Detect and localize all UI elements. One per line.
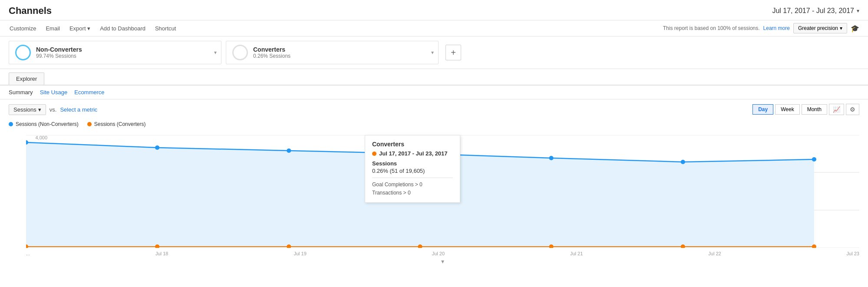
shortcut-button[interactable]: Shortcut [154, 23, 177, 33]
controls-right: Day Week Month 📈 ⚙ [752, 104, 859, 115]
subtab-site-usage[interactable]: Site Usage [40, 89, 68, 96]
learn-more-link[interactable]: Learn more [763, 25, 790, 31]
legend-row: Sessions (Non-Converters) Sessions (Conv… [0, 119, 868, 131]
segments-row: Non-Converters 99.74% Sessions ▾ Convert… [0, 36, 868, 69]
x-label-jul19: Jul 19 [294, 251, 306, 256]
export-button[interactable]: Export ▾ [69, 23, 91, 33]
legend-label-converters: Sessions (Converters) [94, 121, 146, 127]
tooltip-date-text: Jul 17, 2017 - Jul 23, 2017 [379, 150, 448, 157]
tooltip-extra: Goal Completions > 0 Transactions > 0 [372, 181, 453, 197]
chart-svg-container: ... Jul 18 Jul 19 Jul 20 Jul 21 Jul 22 J… [26, 135, 859, 256]
x-label-jul18: Jul 18 [155, 251, 168, 256]
chart-area: 4,000 2,000 [0, 131, 868, 270]
nc-dot-4 [549, 156, 553, 160]
segment-card-converters[interactable]: Converters 0.26% Sessions ▾ [226, 41, 439, 64]
tooltip-title: Converters [372, 141, 453, 148]
add-to-dashboard-button[interactable]: Add to Dashboard [99, 23, 146, 33]
legend-non-converters: Sessions (Non-Converters) [9, 121, 79, 127]
date-range-selector[interactable]: Jul 17, 2017 - Jul 23, 2017 ▾ [772, 7, 859, 15]
nc-dot-5 [681, 160, 685, 164]
non-converters-chevron-icon: ▾ [214, 49, 217, 56]
non-converters-inner-circle [20, 49, 26, 56]
header: Channels Jul 17, 2017 - Jul 23, 2017 ▾ [0, 0, 868, 20]
controls-left: Sessions ▾ vs. Select a metric [9, 104, 97, 115]
subtab-ecommerce[interactable]: Ecommerce [74, 89, 104, 96]
scrollbar-area[interactable]: ▾ [26, 256, 859, 267]
tab-explorer[interactable]: Explorer [9, 73, 44, 85]
x-label-jul22: Jul 22 [708, 251, 721, 256]
customize-button[interactable]: Customize [9, 23, 37, 33]
line-chart-button[interactable]: 📈 [829, 104, 844, 115]
date-range-arrow-icon: ▾ [857, 8, 859, 14]
select-metric-link[interactable]: Select a metric [60, 106, 97, 113]
month-button[interactable]: Month [802, 104, 827, 115]
x-label-start: ... [26, 251, 30, 256]
tooltip-extra-line-2: Transactions > 0 [372, 189, 453, 197]
legend-converters: Sessions (Converters) [87, 121, 146, 127]
day-button[interactable]: Day [752, 104, 773, 115]
subtabs-row: Summary Site Usage Ecommerce [0, 86, 868, 99]
controls-row: Sessions ▾ vs. Select a metric Day Week … [0, 99, 868, 119]
date-range-text: Jul 17, 2017 - Jul 23, 2017 [772, 7, 854, 15]
non-converters-label: Non-Converters [36, 46, 82, 53]
non-converters-sub: 99.74% Sessions [36, 53, 82, 59]
tooltip-metric-label: Sessions [372, 160, 453, 167]
chart-tooltip: Converters Jul 17, 2017 - Jul 23, 2017 S… [365, 135, 460, 203]
nc-dot-6 [812, 157, 816, 162]
add-segment-button[interactable]: + [446, 45, 461, 60]
converters-info: Converters 0.26% Sessions [253, 46, 290, 59]
converters-inner-circle [237, 49, 244, 56]
tooltip-divider [372, 178, 453, 178]
x-label-jul20: Jul 20 [432, 251, 445, 256]
converters-label: Converters [253, 46, 290, 53]
subtab-summary[interactable]: Summary [9, 89, 33, 96]
metric-label: Sessions [13, 106, 36, 113]
scroll-down-icon: ▾ [441, 258, 444, 265]
precision-arrow-icon: ▾ [840, 25, 842, 31]
export-arrow-icon: ▾ [87, 25, 90, 32]
report-info-text: This report is based on 100% of sessions… [663, 25, 760, 31]
converters-chevron-icon: ▾ [431, 49, 434, 56]
metric-dropdown[interactable]: Sessions ▾ [9, 104, 46, 115]
hat-icon: 🎓 [851, 24, 859, 33]
converters-sub: 0.26% Sessions [253, 53, 290, 59]
x-axis-labels: ... Jul 18 Jul 19 Jul 20 Jul 21 Jul 22 J… [26, 249, 859, 256]
non-converters-icon [15, 45, 31, 60]
legend-label-non-converters: Sessions (Non-Converters) [16, 121, 79, 127]
metric-arrow-icon: ▾ [38, 106, 41, 113]
tooltip-extra-line-1: Goal Completions > 0 [372, 181, 453, 189]
scatter-chart-button[interactable]: ⚙ [846, 104, 859, 115]
nc-dot-1 [155, 145, 159, 150]
page-title: Channels [9, 5, 52, 16]
week-button[interactable]: Week [775, 104, 799, 115]
x-label-jul21: Jul 21 [570, 251, 583, 256]
legend-dot-orange [87, 122, 92, 126]
toolbar: Customize Email Export ▾ Add to Dashboar… [0, 20, 868, 36]
precision-label: Greater precision [798, 25, 838, 31]
toolbar-right: This report is based on 100% of sessions… [663, 23, 859, 33]
chart-wrapper: 4,000 2,000 [26, 135, 859, 256]
email-button[interactable]: Email [45, 23, 61, 33]
tooltip-orange-dot-icon [372, 152, 376, 156]
tooltip-date-row: Jul 17, 2017 - Jul 23, 2017 [372, 150, 453, 157]
vs-text: vs. [50, 106, 57, 113]
tooltip-metric-value: 0.26% (51 of 19,605) [372, 168, 453, 174]
legend-dot-blue [9, 122, 13, 126]
x-label-jul23: Jul 23 [847, 251, 859, 256]
tabs-row: Explorer [0, 69, 868, 86]
precision-button[interactable]: Greater precision ▾ [793, 23, 847, 33]
non-converters-info: Non-Converters 99.74% Sessions [36, 46, 82, 59]
nc-dot-2 [287, 148, 291, 153]
converters-icon [232, 45, 248, 60]
toolbar-left: Customize Email Export ▾ Add to Dashboar… [9, 23, 177, 33]
segment-card-non-converters[interactable]: Non-Converters 99.74% Sessions ▾ [9, 41, 221, 64]
